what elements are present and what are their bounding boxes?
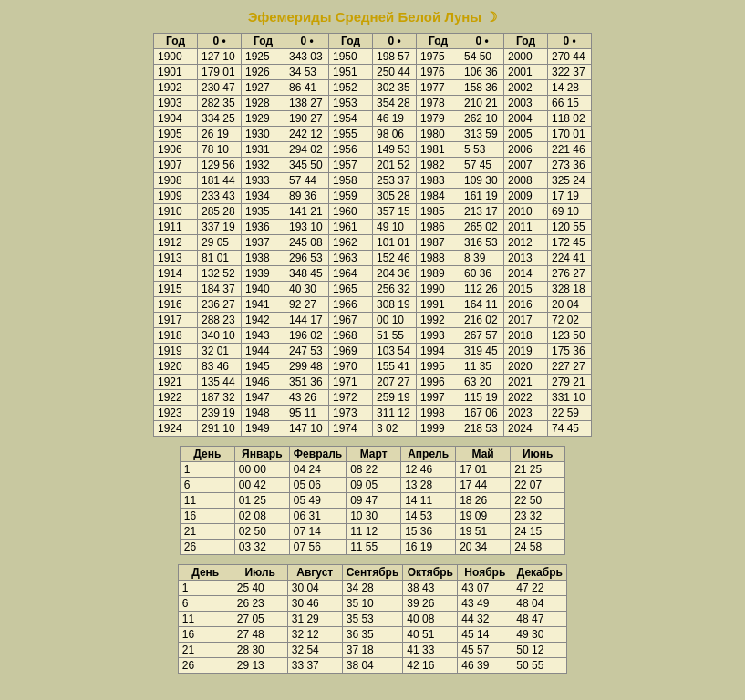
- value-cell: 57 45: [460, 158, 504, 173]
- value-cell: 78 10: [198, 142, 242, 158]
- main-table-header: Год: [329, 34, 373, 49]
- year-cell: 1909: [154, 189, 198, 204]
- value-cell: 112 26: [460, 282, 504, 297]
- value-cell: 86 41: [285, 80, 329, 96]
- value-cell: 164 11: [460, 297, 504, 313]
- year-cell: 1918: [154, 328, 198, 344]
- year-cell: 1984: [417, 189, 460, 204]
- year-cell: 1936: [242, 220, 285, 235]
- month-value-cell: 17 01: [456, 462, 511, 478]
- month-value-cell: 17 44: [456, 478, 511, 493]
- value-cell: 103 54: [373, 344, 417, 359]
- value-cell: 213 17: [460, 204, 504, 220]
- value-cell: 51 55: [373, 328, 417, 344]
- year-cell: 1915: [154, 282, 198, 297]
- value-cell: 262 10: [460, 111, 504, 127]
- value-cell: 83 46: [198, 359, 242, 375]
- month-value-cell: 23 32: [511, 509, 565, 524]
- month2-header: Октябрь: [403, 565, 458, 581]
- year-cell: 1905: [154, 127, 198, 142]
- month-value-cell: 22 07: [511, 478, 565, 493]
- year-cell: 2012: [504, 235, 548, 251]
- value-cell: 95 11: [285, 406, 329, 421]
- year-cell: 1938: [242, 251, 285, 266]
- value-cell: 198 57: [373, 49, 417, 65]
- value-cell: 276 27: [548, 266, 592, 282]
- month2-header: Декабрь: [512, 565, 567, 581]
- year-cell: 1961: [329, 220, 373, 235]
- year-cell: 1948: [242, 406, 285, 421]
- value-cell: 343 03: [285, 49, 329, 65]
- month-value-cell: 41 33: [403, 643, 458, 658]
- value-cell: 354 28: [373, 96, 417, 111]
- month-value-cell: 19 51: [456, 524, 511, 540]
- year-cell: 1937: [242, 235, 285, 251]
- year-cell: 1929: [242, 111, 285, 127]
- value-cell: 74 45: [548, 421, 592, 437]
- value-cell: 345 50: [285, 158, 329, 173]
- month-value-cell: 26 23: [233, 596, 287, 612]
- value-cell: 288 23: [198, 313, 242, 328]
- value-cell: 72 02: [548, 313, 592, 328]
- value-cell: 302 35: [373, 80, 417, 96]
- value-cell: 11 35: [460, 359, 504, 375]
- year-cell: 2010: [504, 204, 548, 220]
- year-cell: 1976: [417, 65, 460, 80]
- value-cell: 81 01: [198, 251, 242, 266]
- month-value-cell: 50 55: [512, 658, 567, 674]
- year-cell: 1903: [154, 96, 198, 111]
- month-value-cell: 11 55: [347, 540, 401, 555]
- value-cell: 233 43: [198, 189, 242, 204]
- value-cell: 132 52: [198, 266, 242, 282]
- year-cell: 1973: [329, 406, 373, 421]
- year-cell: 1924: [154, 421, 198, 437]
- day-cell: 1: [180, 462, 234, 478]
- month1-header: Март: [347, 447, 401, 462]
- year-cell: 1991: [417, 297, 460, 313]
- year-cell: 2001: [504, 65, 548, 80]
- main-table-header: Год: [417, 34, 460, 49]
- value-cell: 230 47: [198, 80, 242, 96]
- year-cell: 1962: [329, 235, 373, 251]
- year-cell: 1975: [417, 49, 460, 65]
- month-value-cell: 10 30: [347, 509, 401, 524]
- day-cell: 26: [180, 540, 234, 555]
- year-cell: 2014: [504, 266, 548, 282]
- value-cell: 57 44: [285, 173, 329, 189]
- month-value-cell: 25 40: [233, 581, 287, 596]
- value-cell: 46 19: [373, 111, 417, 127]
- value-cell: 308 19: [373, 297, 417, 313]
- month-value-cell: 27 05: [233, 612, 287, 627]
- value-cell: 170 01: [548, 127, 592, 142]
- year-cell: 1989: [417, 266, 460, 282]
- value-cell: 325 24: [548, 173, 592, 189]
- value-cell: 60 36: [460, 266, 504, 282]
- value-cell: 218 53: [460, 421, 504, 437]
- year-cell: 1953: [329, 96, 373, 111]
- value-cell: 161 19: [460, 189, 504, 204]
- month-table-1: ДеньЯнварьФевральМартАпрельМайИюнь 100 0…: [180, 446, 565, 555]
- year-cell: 1943: [242, 328, 285, 344]
- month-value-cell: 40 08: [403, 612, 458, 627]
- value-cell: 175 36: [548, 344, 592, 359]
- value-cell: 245 08: [285, 235, 329, 251]
- value-cell: 216 02: [460, 313, 504, 328]
- month2-header: Сентябрь: [342, 565, 403, 581]
- month-value-cell: 24 15: [511, 524, 565, 540]
- month-value-cell: 48 47: [512, 612, 567, 627]
- value-cell: 179 01: [198, 65, 242, 80]
- month1-header: День: [180, 447, 234, 462]
- main-table-header: 0 •: [373, 34, 417, 49]
- year-cell: 1901: [154, 65, 198, 80]
- month2-header: День: [178, 565, 233, 581]
- value-cell: 158 36: [460, 80, 504, 96]
- month1-header: Июнь: [511, 447, 565, 462]
- month-value-cell: 34 28: [342, 581, 403, 596]
- month-value-cell: 11 12: [347, 524, 401, 540]
- year-cell: 1956: [329, 142, 373, 158]
- value-cell: 129 56: [198, 158, 242, 173]
- value-cell: 63 20: [460, 375, 504, 390]
- month1-header: Май: [456, 447, 511, 462]
- month-value-cell: 09 05: [347, 478, 401, 493]
- value-cell: 123 50: [548, 328, 592, 344]
